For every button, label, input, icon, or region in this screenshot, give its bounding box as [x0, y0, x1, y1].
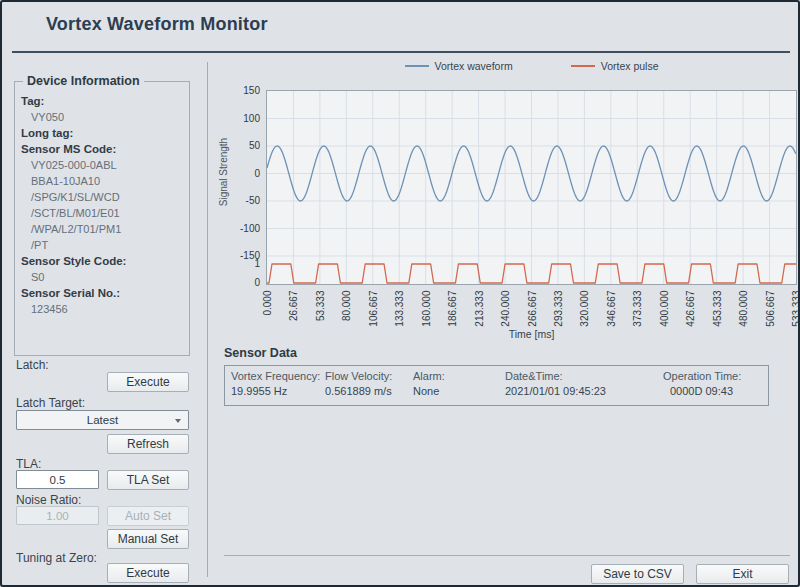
sensor-column-header: Alarm:: [413, 370, 505, 382]
device-information-group: Device Information Tag:VY050Long tag:Sen…: [14, 81, 190, 356]
device-info-value: BBA1-10JA10: [21, 173, 185, 189]
noise-ratio-input: [16, 506, 99, 525]
pulse-y-tick-label: 1: [214, 258, 260, 269]
sensor-column-value: 0000D 09:43: [663, 385, 768, 397]
sensor-data-title: Sensor Data: [224, 346, 297, 360]
device-info-value: VY050: [21, 109, 185, 125]
latch-label: Latch:: [16, 358, 49, 372]
device-info-value: /SPG/K1/SL/WCD: [21, 189, 185, 205]
refresh-button[interactable]: Refresh: [107, 434, 189, 454]
save-to-csv-button[interactable]: Save to CSV: [591, 564, 684, 584]
y-tick-label: 150: [214, 85, 260, 96]
legend-line-swatch: [405, 65, 429, 67]
legend-series-label: Vortex waveform: [435, 60, 513, 72]
y-axis-title: Signal Strength: [218, 112, 230, 232]
device-info-label: Sensor Style Code:: [21, 253, 185, 269]
manual-set-button[interactable]: Manual Set: [107, 529, 189, 549]
device-info-value: /WPA/L2/T01/PM1: [21, 221, 185, 237]
vertical-divider: [207, 62, 208, 577]
sensor-column-value: 0.561889 m/s: [325, 385, 413, 397]
sensor-column-header: Flow Velocity:: [325, 370, 413, 382]
sensor-data-panel: Vortex Frequency:Flow Velocity:Alarm:Dat…: [224, 365, 769, 406]
chevron-down-icon: [175, 419, 181, 423]
device-info-value: /PT: [21, 237, 185, 253]
tla-label: TLA:: [16, 457, 41, 471]
latch-execute-button[interactable]: Execute: [107, 372, 189, 392]
pulse-y-tick-label: 0: [214, 277, 260, 288]
app-window: Vortex Waveform Monitor Device Informati…: [0, 0, 800, 587]
title-divider: [12, 51, 790, 53]
tla-set-button[interactable]: TLA Set: [107, 470, 189, 490]
device-info-value: VY025-000-0ABL: [21, 157, 185, 173]
noise-ratio-label: Noise Ratio:: [16, 493, 81, 507]
waveform-plot: [266, 90, 797, 285]
tuning-at-zero-label: Tuning at Zero:: [16, 551, 97, 565]
sensor-data-value-row: 19.9955 Hz0.561889 m/sNone2021/01/01 09:…: [225, 385, 768, 397]
auto-set-button: Auto Set: [107, 506, 189, 526]
device-information-list: Tag:VY050Long tag:Sensor MS Code:VY025-0…: [15, 82, 189, 317]
waveform-plot-canvas: [267, 91, 796, 284]
device-info-value: /SCT/BL/M01/E01: [21, 205, 185, 221]
device-info-label: Long tag:: [21, 125, 185, 141]
tuning-execute-button[interactable]: Execute: [107, 563, 189, 583]
legend-line-swatch: [571, 65, 595, 67]
legend-item: Vortex pulse: [571, 60, 659, 72]
legend-series-label: Vortex pulse: [601, 60, 659, 72]
device-info-label: Tag:: [21, 93, 185, 109]
device-info-value: 123456: [21, 301, 185, 317]
page-title: Vortex Waveform Monitor: [46, 14, 268, 35]
device-info-label: Sensor MS Code:: [21, 141, 185, 157]
sensor-column-header: Operation Time:: [663, 370, 769, 382]
chart-legend: Vortex waveformVortex pulse: [266, 60, 797, 72]
sensor-column-value: None: [413, 385, 505, 397]
exit-button[interactable]: Exit: [696, 564, 789, 584]
footer-divider: [224, 555, 790, 556]
device-information-title: Device Information: [23, 74, 144, 88]
tla-input[interactable]: [16, 470, 99, 489]
device-info-label: Sensor Serial No.:: [21, 285, 185, 301]
sensor-column-header: Vortex Frequency:: [231, 370, 325, 382]
sensor-column-value: 2021/01/01 09:45:23: [505, 385, 663, 397]
sensor-data-header-row: Vortex Frequency:Flow Velocity:Alarm:Dat…: [225, 370, 768, 382]
latch-target-dropdown[interactable]: Latest: [16, 410, 189, 430]
sensor-column-header: Date&Time:: [505, 370, 663, 382]
latch-target-label: Latch Target:: [16, 396, 85, 410]
x-axis-title: Time [ms]: [266, 328, 797, 340]
latch-target-selected-value: Latest: [87, 414, 118, 426]
legend-item: Vortex waveform: [405, 60, 513, 72]
sensor-column-value: 19.9955 Hz: [231, 385, 325, 397]
device-info-value: S0: [21, 269, 185, 285]
